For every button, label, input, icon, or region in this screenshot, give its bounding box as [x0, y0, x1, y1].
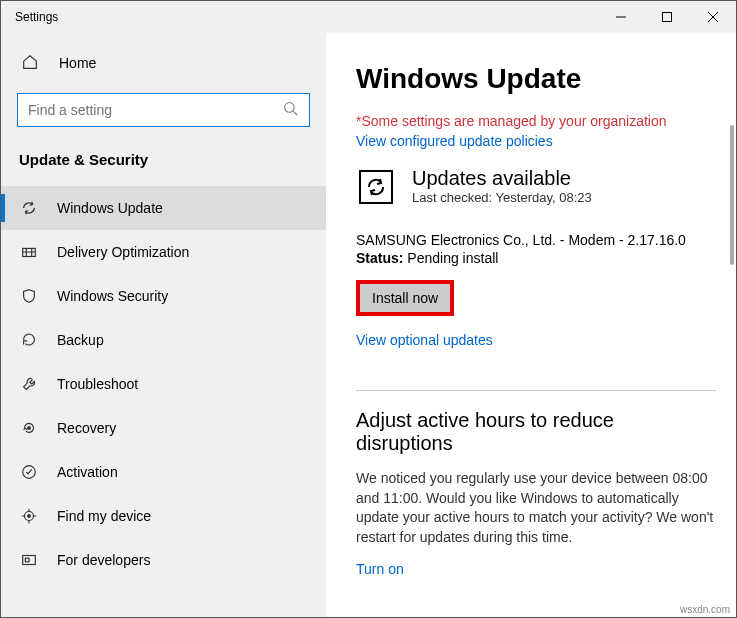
sidebar-item-label: For developers: [57, 552, 150, 568]
status-label: Status:: [356, 250, 403, 266]
location-icon: [19, 506, 39, 526]
sidebar-item-label: Find my device: [57, 508, 151, 524]
sidebar-item-label: Delivery Optimization: [57, 244, 189, 260]
svg-point-10: [28, 515, 31, 518]
section-header: Update & Security: [1, 145, 326, 186]
sync-icon: [19, 198, 39, 218]
troubleshoot-icon: [19, 374, 39, 394]
home-nav[interactable]: Home: [1, 43, 326, 83]
status-value: Pending install: [403, 250, 498, 266]
sidebar-item-label: Backup: [57, 332, 104, 348]
developers-icon: [19, 550, 39, 570]
backup-icon: [19, 330, 39, 350]
titlebar: Settings: [1, 1, 736, 33]
activation-icon: [19, 462, 39, 482]
recovery-icon: [19, 418, 39, 438]
svg-rect-1: [663, 13, 672, 22]
sidebar-item-backup[interactable]: Backup: [1, 318, 326, 362]
updates-available-title: Updates available: [412, 167, 592, 190]
update-sync-icon: [356, 167, 396, 210]
optional-updates-link[interactable]: View optional updates: [356, 332, 493, 348]
svg-line-5: [293, 111, 297, 115]
delivery-icon: [19, 242, 39, 262]
window-title: Settings: [1, 10, 326, 24]
scrollbar-thumb[interactable]: [730, 125, 734, 265]
updates-available-block: Updates available Last checked: Yesterda…: [356, 167, 716, 210]
sidebar-item-label: Activation: [57, 464, 118, 480]
sidebar-item-windows-update[interactable]: Windows Update: [1, 186, 326, 230]
update-item-status: Status: Pending install: [356, 250, 716, 266]
turn-on-link[interactable]: Turn on: [356, 561, 404, 577]
sidebar-item-label: Windows Update: [57, 200, 163, 216]
sidebar-item-activation[interactable]: Activation: [1, 450, 326, 494]
sidebar-item-delivery-optimization[interactable]: Delivery Optimization: [1, 230, 326, 274]
content-pane: Windows Update *Some settings are manage…: [326, 33, 736, 617]
svg-point-4: [285, 102, 295, 112]
last-checked-text: Last checked: Yesterday, 08:23: [412, 190, 592, 205]
divider: [356, 390, 716, 391]
sidebar-item-label: Troubleshoot: [57, 376, 138, 392]
org-managed-notice: *Some settings are managed by your organ…: [356, 113, 716, 129]
search-icon: [283, 101, 299, 120]
sidebar: Home Update & Security Windows Update De…: [1, 33, 326, 617]
update-item-name: SAMSUNG Electronics Co., Ltd. - Modem - …: [356, 232, 716, 248]
page-title: Windows Update: [356, 63, 716, 95]
search-input-container[interactable]: [17, 93, 310, 127]
window-controls: [326, 1, 736, 33]
scrollbar[interactable]: [730, 125, 734, 617]
watermark: wsxdn.com: [680, 604, 730, 615]
shield-icon: [19, 286, 39, 306]
sidebar-item-for-developers[interactable]: For developers: [1, 538, 326, 582]
active-hours-heading: Adjust active hours to reduce disruption…: [356, 409, 716, 455]
home-icon: [21, 53, 39, 74]
search-input[interactable]: [28, 102, 283, 118]
active-hours-body: We noticed you regularly use your device…: [356, 469, 716, 547]
sidebar-item-label: Recovery: [57, 420, 116, 436]
close-button[interactable]: [690, 1, 736, 33]
minimize-button[interactable]: [598, 1, 644, 33]
sidebar-item-windows-security[interactable]: Windows Security: [1, 274, 326, 318]
install-now-button[interactable]: Install now: [356, 280, 454, 316]
configured-policies-link[interactable]: View configured update policies: [356, 133, 553, 149]
sidebar-item-troubleshoot[interactable]: Troubleshoot: [1, 362, 326, 406]
sidebar-item-recovery[interactable]: Recovery: [1, 406, 326, 450]
svg-rect-13: [360, 171, 392, 203]
svg-rect-12: [25, 558, 29, 562]
maximize-button[interactable]: [644, 1, 690, 33]
svg-point-7: [28, 427, 31, 430]
home-label: Home: [59, 55, 96, 71]
sidebar-item-find-my-device[interactable]: Find my device: [1, 494, 326, 538]
sidebar-item-label: Windows Security: [57, 288, 168, 304]
